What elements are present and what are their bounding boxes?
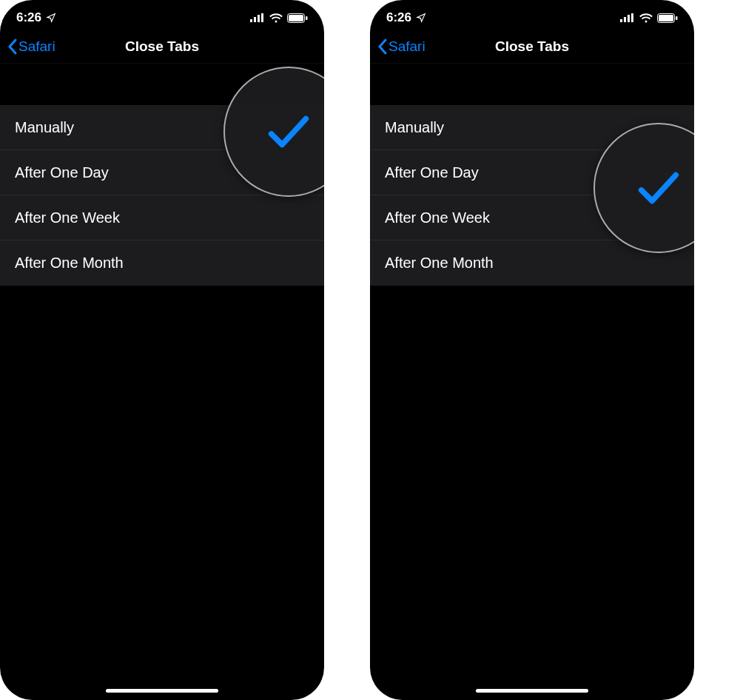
svg-rect-12 [659, 15, 673, 21]
option-label: Manually [15, 119, 74, 136]
status-bar: 6:26 [0, 0, 324, 30]
page-title: Close Tabs [495, 38, 569, 55]
wifi-icon [639, 13, 653, 23]
navigation-bar: Safari Close Tabs [0, 30, 324, 64]
back-button[interactable]: Safari [377, 38, 426, 55]
svg-rect-5 [289, 15, 303, 21]
navigation-bar: Safari Close Tabs [370, 30, 694, 64]
svg-rect-9 [628, 15, 630, 22]
svg-rect-8 [624, 17, 626, 22]
svg-rect-13 [676, 16, 678, 20]
svg-rect-10 [631, 13, 633, 22]
svg-rect-6 [306, 16, 308, 20]
cellular-signal-icon [620, 13, 635, 22]
chevron-left-icon [377, 38, 387, 55]
option-label: After One Week [15, 209, 120, 226]
location-icon [416, 13, 426, 23]
option-label: After One Day [15, 164, 109, 181]
phone-screenshot-right: 6:26 Safari Close Tabs Ma [370, 0, 694, 700]
home-indicator[interactable] [106, 689, 218, 693]
option-label: After One Week [385, 209, 490, 226]
back-label: Safari [388, 38, 426, 55]
battery-icon [287, 13, 308, 23]
status-time: 6:26 [16, 10, 41, 25]
svg-rect-0 [250, 19, 252, 22]
option-label: After One Month [385, 255, 494, 272]
location-icon [46, 13, 56, 23]
home-indicator[interactable] [476, 689, 588, 693]
checkmark-icon [629, 162, 688, 214]
option-label: Manually [385, 119, 444, 136]
svg-rect-1 [254, 17, 256, 22]
svg-rect-3 [261, 13, 263, 22]
cellular-signal-icon [250, 13, 265, 22]
option-label: After One Day [385, 164, 479, 181]
status-time: 6:26 [386, 10, 411, 25]
back-label: Safari [18, 38, 56, 55]
option-after-one-week[interactable]: After One Week [0, 195, 324, 240]
chevron-left-icon [7, 38, 17, 55]
option-after-one-month[interactable]: After One Month [0, 240, 324, 286]
battery-icon [657, 13, 678, 23]
back-button[interactable]: Safari [7, 38, 56, 55]
page-title: Close Tabs [125, 38, 199, 55]
wifi-icon [269, 13, 283, 23]
svg-rect-2 [258, 15, 260, 22]
option-label: After One Month [15, 255, 124, 272]
svg-rect-7 [620, 19, 622, 22]
checkmark-icon [259, 106, 318, 158]
phone-screenshot-left: 6:26 Safari Close Tabs Ma [0, 0, 324, 700]
status-bar: 6:26 [370, 0, 694, 30]
